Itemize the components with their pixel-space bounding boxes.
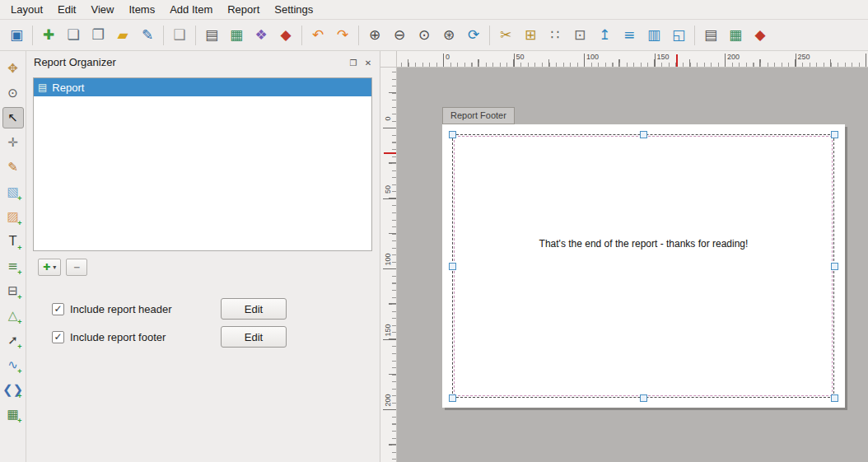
plus-badge-icon: +	[17, 195, 21, 203]
add-node-item-tool-button[interactable]: ∿+	[2, 354, 24, 376]
menu-edit[interactable]: Edit	[50, 1, 83, 18]
float-panel-icon[interactable]: ❐	[348, 57, 359, 68]
toolbar-separator	[694, 26, 695, 45]
align-items-button[interactable]: ≡	[618, 24, 641, 47]
zoom-actual-button[interactable]: ⊙	[413, 24, 436, 47]
include-report-footer-label: Include report footer	[70, 331, 166, 343]
h-ruler-label: 0	[446, 53, 450, 61]
selection-handle[interactable]	[449, 131, 456, 138]
align-items-icon: ≡	[623, 28, 635, 42]
open-layout-button[interactable]: ▰	[111, 24, 134, 47]
zoom-out-button[interactable]: ⊖	[388, 24, 411, 47]
selection-handle[interactable]	[449, 394, 456, 402]
ruler-cursor-indicator-horizontal	[676, 54, 678, 67]
snap-guides-button[interactable]: ⊡	[568, 24, 591, 47]
footer-frame-selection[interactable]	[452, 134, 834, 398]
add-pages-button[interactable]: ❑	[168, 24, 191, 47]
add-map-tool-button[interactable]: ▧+	[2, 181, 24, 203]
cut-button[interactable]: ✂	[494, 24, 517, 47]
close-panel-icon[interactable]: ✕	[362, 57, 374, 68]
include-report-footer-checkbox[interactable]: ✓	[52, 331, 64, 343]
raise-items-button[interactable]: ↥	[593, 24, 616, 47]
list-buttons: ✚ ▾ −	[38, 259, 87, 276]
menu-report[interactable]: Report	[220, 1, 267, 18]
check-icon: ✓	[54, 332, 62, 342]
selection-handle[interactable]	[831, 131, 838, 138]
plus-badge-icon: +	[17, 269, 21, 277]
select-move-item-icon: ↖	[7, 112, 18, 124]
toolbar-separator	[32, 26, 33, 45]
add-section-button[interactable]: ✚ ▾	[38, 259, 61, 276]
pan-tool-button[interactable]: ✥	[2, 58, 24, 79]
report-page[interactable]: That's the end of the report - thanks fo…	[442, 124, 845, 408]
raise-items-icon: ↥	[599, 28, 610, 42]
edit-nodes-item-tool-button[interactable]: ✎	[2, 156, 24, 178]
refresh-view-button[interactable]: ⟳	[462, 24, 485, 47]
add-label-tool-button[interactable]: T+	[2, 231, 24, 252]
add-arrow-tool-button[interactable]: ➚+	[2, 329, 24, 351]
v-ruler-label: 150	[384, 321, 392, 339]
distribute-items-button[interactable]: ▥	[642, 24, 665, 47]
export-report-image-button[interactable]: ▦	[724, 24, 747, 47]
menu-bar: LayoutEditViewItemsAdd ItemReportSetting…	[0, 0, 868, 20]
save-button[interactable]: ▣	[5, 24, 28, 47]
export-pdf-button[interactable]: ◆	[274, 24, 297, 47]
export-svg-button[interactable]: ❖	[250, 24, 273, 47]
snap-guides-icon: ⊡	[574, 28, 586, 42]
toolbar-group: ↶↷	[306, 24, 354, 47]
remove-section-button[interactable]: −	[66, 259, 87, 276]
v-ruler-label: 100	[384, 250, 392, 268]
edit-header-button[interactable]: Edit	[221, 298, 287, 320]
new-layout-button[interactable]: ✚	[37, 24, 60, 47]
duplicate-layout-icon: ❏	[67, 28, 79, 42]
edit-footer-button[interactable]: Edit	[221, 326, 287, 348]
selection-handle[interactable]	[640, 394, 647, 402]
selection-handle[interactable]	[831, 394, 838, 402]
layout-viewport[interactable]: Report Footer That's the end of the repo…	[397, 68, 868, 462]
selection-handle[interactable]	[640, 131, 647, 138]
panel-title: Report Organizer	[34, 56, 116, 68]
add-attribute-table-tool-button[interactable]: ▦+	[2, 404, 24, 425]
selection-handle[interactable]	[831, 263, 838, 270]
zoom-full-button[interactable]: ⊛	[437, 24, 460, 47]
report-footer-tab: Report Footer	[442, 107, 515, 124]
add-picture-tool-button[interactable]: ▨+	[2, 206, 24, 227]
duplicate-layout-button[interactable]: ❏	[62, 24, 85, 47]
menu-layout[interactable]: Layout	[3, 1, 50, 18]
menu-settings[interactable]: Settings	[267, 1, 320, 18]
v-ruler-tick	[383, 409, 396, 410]
redo-button[interactable]: ↷	[331, 24, 354, 47]
h-ruler-label: 100	[586, 53, 599, 61]
move-item-content-tool-button[interactable]: ✛	[2, 132, 24, 153]
report-organizer-panel: Report Organizer ❐ ✕ ▤Report ✚ ▾ − ✓ Inc…	[26, 51, 380, 462]
select-move-item-tool-button[interactable]: ↖	[2, 107, 24, 128]
report-list-item[interactable]: ▤Report	[34, 78, 371, 96]
menu-items[interactable]: Items	[121, 1, 162, 18]
vertical-ruler: 050100150200	[380, 68, 397, 462]
export-image-button[interactable]: ▦	[225, 24, 248, 47]
layout-manager-button[interactable]: ❐	[86, 24, 110, 47]
add-scalebar-tool-button[interactable]: ⊟+	[2, 280, 24, 301]
save-as-layout-button[interactable]: ✎	[136, 24, 159, 47]
resize-items-button[interactable]: ◱	[667, 24, 690, 47]
copy-button[interactable]: ⊞	[519, 24, 542, 47]
zoom-in-button[interactable]: ⊕	[363, 24, 386, 47]
report-section-list[interactable]: ▤Report	[33, 77, 372, 251]
export-image-icon: ▦	[230, 28, 243, 42]
menu-view[interactable]: View	[83, 1, 121, 18]
zoom-in-icon: ⊕	[369, 28, 380, 42]
resize-items-icon: ◱	[672, 28, 685, 42]
menu-add-item[interactable]: Add Item	[162, 1, 220, 18]
export-report-image-icon: ▦	[729, 28, 742, 42]
add-shape-tool-button[interactable]: △+	[2, 305, 24, 326]
undo-button[interactable]: ↶	[306, 24, 329, 47]
include-report-header-checkbox[interactable]: ✓	[52, 303, 64, 315]
print-report-button[interactable]: ▤	[699, 24, 722, 47]
add-legend-tool-button[interactable]: ≡+	[2, 255, 24, 277]
snap-grid-button[interactable]: ∷	[544, 24, 567, 47]
zoom-tool-button[interactable]: ⊙	[2, 82, 24, 104]
add-html-tool-button[interactable]: ❮❯+	[2, 379, 24, 400]
print-button[interactable]: ▤	[200, 24, 223, 47]
selection-handle[interactable]	[449, 263, 456, 270]
export-report-pdf-button[interactable]: ◆	[749, 24, 772, 47]
